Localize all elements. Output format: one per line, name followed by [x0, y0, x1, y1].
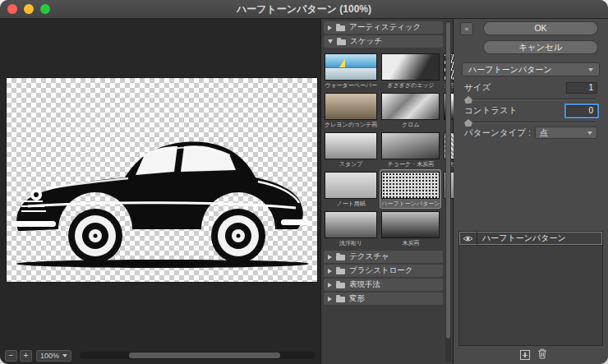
thumbnail-label: スタンプ — [325, 160, 377, 168]
category-label: テクスチャ — [349, 251, 389, 262]
thumbnail-label: ノート用紙 — [325, 200, 377, 207]
halftone-car-image — [7, 78, 317, 282]
size-param-row: サイズ 1 — [464, 81, 597, 94]
cancel-button[interactable]: キャンセル — [483, 40, 598, 54]
horizontal-scrollbar-thumb[interactable] — [129, 352, 280, 358]
thumbnail-image — [381, 211, 440, 238]
preview-pane: − + 100% — [0, 19, 321, 364]
category-label: 変形 — [349, 293, 365, 304]
category-brush-strokes[interactable]: ブラシストローク — [324, 265, 443, 277]
thumb-bas-relief[interactable]: 浅浮彫り — [324, 210, 378, 247]
thumbnail-label: ぎざぎざのエッジ — [381, 81, 440, 89]
thumbnail-label: ウォーターペーパー — [325, 81, 377, 89]
window-title: ハーフトーンパターン (100%) — [237, 2, 371, 16]
category-label: 表現手法 — [349, 279, 380, 290]
thumbnail-label: チョーク・木炭画 — [381, 160, 440, 168]
titlebar: ハーフトーンパターン (100%) — [0, 0, 608, 19]
folder-icon — [336, 297, 345, 302]
filter-gallery-dialog: ハーフトーンパターン (100%) — [0, 0, 608, 364]
thumbnail-image — [325, 172, 377, 199]
category-texture[interactable]: テクスチャ — [324, 251, 443, 263]
slider-knob[interactable] — [464, 119, 472, 127]
folder-icon — [337, 39, 346, 45]
thumb-charcoal[interactable]: 木炭画 — [380, 210, 440, 247]
thumb-conte-crayon[interactable]: クレヨンのコンテ画 — [324, 91, 378, 129]
vertical-scrollbar[interactable] — [445, 21, 451, 362]
thumbnail-label: ハーフトーンパターン — [381, 200, 440, 207]
category-sketch[interactable]: スケッチ — [324, 35, 443, 48]
chevron-down-icon — [587, 131, 592, 135]
minimize-button[interactable] — [24, 4, 34, 14]
size-value-input[interactable]: 1 — [566, 82, 597, 94]
eye-icon — [463, 235, 473, 242]
thumbnail-label: クレヨンのコンテ画 — [325, 121, 377, 128]
filter-name-select[interactable]: ハーフトーンパターン — [462, 62, 600, 76]
delete-effect-layer-button[interactable] — [537, 348, 547, 361]
effect-layer-label: ハーフトーンパターン — [477, 233, 566, 244]
chevron-down-icon — [62, 354, 67, 357]
preview-canvas[interactable] — [7, 78, 317, 282]
thumbnail-image — [381, 132, 440, 159]
traffic-lights — [7, 4, 50, 14]
zoom-out-button[interactable]: − — [5, 350, 17, 362]
filter-name-value: ハーフトーンパターン — [468, 64, 552, 76]
thumbnail-image — [381, 93, 440, 120]
visibility-toggle[interactable] — [459, 232, 477, 245]
settings-pane: « OK キャンセル ハーフトーンパターン サイズ 1 コントラスト 0 — [454, 19, 608, 364]
zoom-in-button[interactable]: + — [20, 350, 32, 362]
pattern-type-select[interactable]: 点 — [535, 127, 597, 139]
thumbnail-image — [325, 93, 377, 120]
thumb-chrome[interactable]: クロム — [380, 91, 440, 129]
category-distort[interactable]: 変形 — [324, 293, 443, 305]
thumb-water-paper[interactable]: ウォーターペーパー — [324, 52, 378, 90]
folder-icon — [336, 283, 345, 288]
new-effect-layer-button[interactable] — [520, 350, 530, 360]
ok-button[interactable]: OK — [483, 21, 598, 35]
slider-knob[interactable] — [464, 96, 472, 104]
size-label: サイズ — [464, 82, 491, 94]
thumbnail-label: 木炭画 — [381, 239, 440, 247]
contrast-slider[interactable] — [464, 118, 596, 127]
thumbnail-image — [325, 211, 377, 238]
thumb-halftone-pattern[interactable]: ハーフトーンパターン — [380, 170, 440, 208]
contrast-param-row: コントラスト 0 — [464, 104, 597, 117]
disclosure-triangle-icon — [328, 297, 332, 302]
preview-footer: − + 100% — [0, 347, 320, 364]
disclosure-triangle-icon — [328, 255, 332, 260]
zoom-level-select[interactable]: 100% — [36, 350, 71, 362]
thumbnail-image — [381, 172, 440, 199]
pattern-type-value: 点 — [540, 127, 548, 139]
thumb-stamp[interactable]: スタンプ — [324, 131, 378, 168]
zoom-level-value: 100% — [40, 352, 59, 360]
category-label: ブラシストローク — [349, 265, 413, 276]
contrast-label: コントラスト — [464, 105, 517, 117]
thumb-chalk-charcoal[interactable]: チョーク・木炭画 — [380, 131, 440, 168]
effect-layers-panel: ハーフトーンパターン — [458, 231, 603, 346]
slider-track — [464, 122, 596, 123]
disclosure-triangle-icon — [328, 25, 332, 30]
disclosure-triangle-icon — [328, 283, 332, 288]
pattern-type-label: パターンタイプ : — [464, 127, 531, 139]
thumbnail-image — [381, 53, 440, 81]
effect-layer-actions — [520, 348, 547, 361]
horizontal-scrollbar[interactable] — [80, 352, 316, 359]
close-button[interactable] — [7, 4, 17, 14]
trash-icon — [537, 348, 547, 359]
dialog-content: − + 100% アーティスティック スケッチ — [0, 19, 608, 364]
category-label: スケッチ — [350, 36, 382, 47]
disclosure-triangle-icon — [328, 269, 332, 274]
folder-icon — [336, 25, 345, 31]
thumb-torn-edges[interactable]: ぎざぎざのエッジ — [380, 52, 440, 90]
category-artistic[interactable]: アーティスティック — [324, 21, 443, 34]
maximize-button[interactable] — [40, 4, 50, 14]
category-stylize[interactable]: 表現手法 — [324, 279, 443, 291]
folder-icon — [336, 255, 345, 260]
thumb-note-paper[interactable]: ノート用紙 — [324, 170, 378, 208]
contrast-value-input[interactable]: 0 — [566, 105, 597, 117]
toggle-filter-list-button[interactable]: « — [460, 22, 473, 35]
size-slider[interactable] — [464, 95, 596, 104]
effect-layer-row[interactable]: ハーフトーンパターン — [459, 232, 602, 246]
category-label: アーティスティック — [349, 22, 421, 33]
vertical-scrollbar-thumb[interactable] — [446, 22, 450, 339]
filter-list-pane: アーティスティック スケッチ ウォーターペーパー ぎざぎざのエッジ グラ — [321, 19, 454, 364]
